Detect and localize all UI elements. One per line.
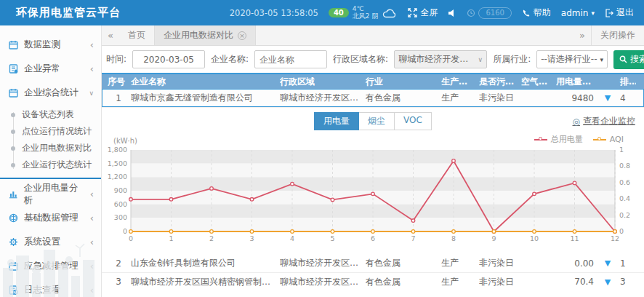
chevron-down-icon: ▾ xyxy=(591,9,595,17)
svg-text:4: 4 xyxy=(290,234,294,242)
legend-item-aqi[interactable]: AQI xyxy=(593,135,624,144)
phone-icon xyxy=(522,9,531,17)
tab-power-compare[interactable]: 企业用电数据对比 × xyxy=(154,25,256,45)
chevron-left-icon: ‹ xyxy=(90,261,94,272)
chevron-left-icon: ‹ xyxy=(90,237,94,248)
svg-text:10: 10 xyxy=(530,234,539,242)
svg-text:1,800: 1,800 xyxy=(108,146,127,154)
filter-panel: 时间: 企业名称: 行政区域名称: 聊城市经济开发区环保局分局 ∨ 所属行业: … xyxy=(102,46,644,73)
table-row[interactable]: 3 聊城市经济开发区国兴精密钢管制造有限公司 聊城市经济开发区环保局分局 有色金… xyxy=(102,272,644,290)
user-menu[interactable]: admin ▾ xyxy=(561,8,595,18)
svg-text:0.4: 0.4 xyxy=(619,194,630,202)
svg-text:900: 900 xyxy=(114,186,127,194)
svg-text:0.6: 0.6 xyxy=(619,178,630,186)
svg-text:11: 11 xyxy=(570,234,579,242)
alarm-icon xyxy=(467,9,475,17)
svg-text:300: 300 xyxy=(114,213,127,221)
sidebar-item-company-abnormal[interactable]: 企业异常‹ xyxy=(0,57,101,81)
datetime: 2020-03-05 13:58:05 xyxy=(230,8,318,18)
sidebar-item-running-status[interactable]: 企业运行状态统计 xyxy=(0,157,101,173)
close-operations-button[interactable]: 关闭操作 xyxy=(591,25,644,45)
view-monitor-link[interactable]: ◎ 查看企业监控 xyxy=(573,115,635,127)
tabs-scroll-right-icon[interactable]: » xyxy=(573,25,591,45)
svg-text:9: 9 xyxy=(491,234,496,242)
tab-smoke[interactable]: 烟尘 xyxy=(359,112,395,130)
region-select[interactable]: 聊城市经济开发区环保局分局 ∨ xyxy=(394,50,487,68)
logout-button[interactable]: 退出 xyxy=(605,7,634,19)
svg-text:0.8: 0.8 xyxy=(619,162,630,170)
chevron-left-icon: ‹ xyxy=(90,39,94,50)
table-row[interactable]: 2 山东金创钎具制造有限公司 聊城市经济开发区环保局分局 有色金属 生产 非污染… xyxy=(102,254,644,272)
search-button[interactable]: 搜索 xyxy=(613,50,644,69)
company-name-input[interactable] xyxy=(254,50,327,68)
svg-text:0: 0 xyxy=(123,227,127,235)
chevron-down-icon: ▾ xyxy=(597,56,604,63)
fullscreen-button[interactable]: 全屏 xyxy=(408,7,438,19)
tab-home[interactable]: 首页 xyxy=(119,25,154,45)
help-button[interactable]: 帮助 xyxy=(522,7,551,19)
chevron-down-icon: ∨ xyxy=(89,90,94,97)
chart-legend: 总用电量 AQI xyxy=(534,134,624,145)
chevron-left-icon: ‹ xyxy=(90,189,94,199)
svg-text:6: 6 xyxy=(371,234,375,242)
speaker-icon[interactable] xyxy=(448,9,456,17)
sidebar-item-log-view[interactable]: 日志查看‹ xyxy=(0,278,101,297)
kwh-value: 0.00 xyxy=(556,258,598,269)
bar-chart-icon xyxy=(9,189,17,199)
log-icon xyxy=(9,285,18,295)
region-label: 行政区域名称: xyxy=(333,53,388,66)
time-input[interactable] xyxy=(132,50,205,68)
app-title: 环保用电监管云平台 xyxy=(0,6,174,20)
bullet-icon xyxy=(11,163,15,167)
expand-triangle-icon[interactable]: ▼ xyxy=(598,258,617,268)
sidebar-item-device-status[interactable]: 设备状态列表 xyxy=(0,106,101,123)
legend-item-power[interactable]: 总用电量 xyxy=(534,134,583,145)
file-alert-icon xyxy=(9,64,18,74)
weather-wind: 北风2 阴 xyxy=(353,13,379,20)
time-label: 时间: xyxy=(106,53,126,66)
chevron-left-icon: ‹ xyxy=(90,285,94,296)
expand-triangle-icon[interactable]: ▼ xyxy=(598,277,617,287)
notice-count: 6160 xyxy=(478,7,511,19)
chart-tabs: 用电量 烟尘 VOC xyxy=(102,112,644,130)
sidebar-submenu: 设备状态列表 点位运行情况统计 企业用电数据对比 企业运行状态统计 xyxy=(0,105,101,179)
svg-text:1: 1 xyxy=(619,146,624,154)
svg-text:2: 2 xyxy=(209,234,214,242)
svg-text:7: 7 xyxy=(411,234,415,242)
rank-value: 1 xyxy=(617,258,636,269)
tab-power[interactable]: 用电量 xyxy=(314,112,359,130)
industry-select[interactable]: --请选择行业-- ▾ xyxy=(536,50,608,68)
chevron-left-icon: ‹ xyxy=(90,213,94,223)
tab-voc[interactable]: VOC xyxy=(395,112,432,130)
chart-block: 用电量 烟尘 VOC ◎ 查看企业监控 (kW·h) 总用电量 xyxy=(102,107,644,254)
notice-widget[interactable]: 6160 xyxy=(467,7,511,19)
tabs-scroll-left-icon[interactable]: « xyxy=(102,25,119,45)
globe-icon xyxy=(9,213,18,223)
header-toolbar: 2020-03-05 13:58:05 40 4℃ 北风2 阴 全屏 6160 xyxy=(230,6,644,20)
close-icon[interactable]: × xyxy=(238,31,246,40)
cloud-icon xyxy=(382,7,398,19)
expand-triangle-icon[interactable]: ▼ xyxy=(598,93,617,103)
sidebar-item-system-settings[interactable]: 系统设置‹ xyxy=(0,230,101,254)
sidebar-item-point-running[interactable]: 点位运行情况统计 xyxy=(0,123,101,140)
sidebar-item-data-monitor[interactable]: 数据监测‹ xyxy=(0,33,101,57)
svg-text:0.2: 0.2 xyxy=(619,211,630,219)
sidebar-item-basic-data[interactable]: 基础数据管理‹ xyxy=(0,206,101,230)
search-icon xyxy=(619,55,627,63)
fullscreen-icon xyxy=(408,8,417,17)
legend-marker xyxy=(534,139,547,140)
sidebar-item-power-analysis[interactable]: 企业用电量分析‹ xyxy=(0,182,101,206)
calendar-icon xyxy=(9,88,18,98)
sidebar-item-power-compare[interactable]: 企业用电数据对比 xyxy=(0,140,101,157)
app: 环保用电监管云平台 2020-03-05 13:58:05 40 4℃ 北风2 … xyxy=(0,0,644,297)
sidebar-item-company-statistics[interactable]: 企业综合统计∨ xyxy=(0,81,101,105)
sidebar-item-emergency[interactable]: 应急减排管理‹ xyxy=(0,254,101,278)
gear-icon xyxy=(9,237,18,247)
bullet-icon xyxy=(11,146,15,151)
rank-value: 4 xyxy=(617,93,636,103)
table-row[interactable]: 1 聊城市京鑫无缝管制造有限公司 聊城市经济开发区环保局分局 有色金属 生产 非… xyxy=(102,89,644,107)
line-chart[interactable]: 03006009001,2001,5001,80000.20.40.60.810… xyxy=(108,146,638,254)
svg-text:1: 1 xyxy=(169,234,173,242)
company-name: 聊城市经济开发区国兴精密钢管制造有限公司 xyxy=(131,276,280,288)
legend-marker xyxy=(593,139,606,140)
